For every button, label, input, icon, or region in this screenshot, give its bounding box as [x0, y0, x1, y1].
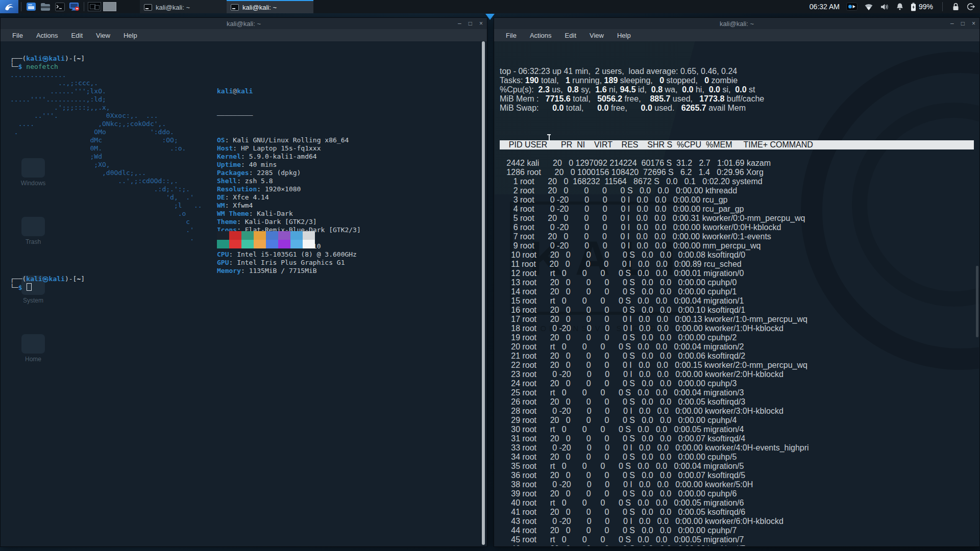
desktop-icon-home — [21, 334, 45, 354]
window-title: kali@kali: ~ — [227, 20, 261, 28]
panel-separator — [942, 2, 943, 11]
menu-help[interactable]: Help — [611, 30, 636, 41]
menu-edit[interactable]: Edit — [66, 30, 88, 41]
menu-file[interactable]: File — [7, 30, 29, 41]
display-settings-launcher[interactable] — [68, 1, 80, 12]
terminal-color-palette — [217, 231, 315, 248]
logout-power-icon[interactable] — [966, 3, 975, 11]
terminal-icon — [55, 3, 65, 11]
minimize-button[interactable]: – — [950, 20, 954, 27]
workspace-1[interactable] — [88, 2, 101, 11]
close-button[interactable]: × — [479, 20, 483, 27]
kali-menu-button[interactable] — [0, 0, 18, 13]
system-tray: 06:32 AM 99% — [810, 2, 980, 11]
terminal-window-icon — [144, 4, 152, 11]
desktop-icon-label: Home — [10, 356, 56, 363]
shell-prompt: ┌──(kali㉿kali)-[~]└─$ neofetch — [10, 55, 85, 71]
terminal-window-icon — [231, 4, 239, 11]
neofetch-fields: OS: Kali GNU/Linux Rolling x86_64Host: H… — [217, 136, 361, 275]
terminal-window-top: kali@kali: ~ – □ × FileActionsEditViewHe… — [494, 17, 980, 547]
window-titlebar[interactable]: kali@kali: ~ – □ × — [494, 18, 979, 29]
menu-view[interactable]: View — [90, 30, 116, 41]
close-button[interactable]: × — [972, 20, 975, 27]
maximize-button[interactable]: □ — [469, 20, 472, 27]
minimize-button[interactable]: – — [458, 20, 461, 27]
terminal-launcher[interactable] — [54, 1, 66, 12]
taskbar-button-1[interactable]: kali@kali: ~ — [140, 0, 227, 13]
desktop-icon-label: System — [10, 297, 56, 304]
window-taskbar: kali@kali: ~kali@kali: ~ — [140, 0, 313, 13]
xfce-panel: kali@kali: ~kali@kali: ~ 06:32 AM 99% — [0, 0, 980, 13]
panel-separator — [84, 2, 84, 11]
menu-bar: FileActionsEditViewHelp — [494, 29, 979, 41]
kazam-recorder-icon[interactable] — [846, 3, 857, 11]
volume-icon[interactable] — [880, 3, 889, 11]
wifi-icon[interactable] — [864, 3, 873, 11]
file-browser-launcher[interactable] — [39, 1, 52, 12]
top-command-output: top - 06:32:23 up 41 min, 2 users, load … — [500, 48, 974, 546]
terminal-viewport[interactable]: KALI BY OFFENSIVE SECURITY top - 06:32:2… — [495, 41, 979, 546]
terminal-viewport[interactable]: WindowsTrashSystemHome ┌──(kali㉿kali)-[~… — [1, 41, 486, 546]
window-controls: – □ × — [950, 18, 975, 29]
menu-view[interactable]: View — [584, 30, 609, 41]
taskbar-button-label: kali@kali: ~ — [156, 4, 190, 11]
menu-bar: FileActionsEditViewHelp — [1, 29, 487, 41]
neofetch-user-host: kali@kali — [217, 87, 361, 95]
kali-ascii-art: .............. ..,;:ccc,. ......''';lxO.… — [10, 71, 202, 242]
notifications-bell-icon[interactable] — [896, 3, 904, 11]
panel-separator — [21, 2, 21, 11]
scrollbar[interactable] — [482, 41, 485, 545]
workspace-2[interactable] — [103, 2, 116, 11]
clock[interactable]: 06:32 AM — [810, 3, 840, 11]
menu-file[interactable]: File — [500, 30, 522, 41]
window-title: kali@kali: ~ — [720, 20, 754, 28]
window-controls: – □ × — [458, 18, 483, 29]
battery-icon — [911, 3, 916, 11]
battery-indicator[interactable]: 99% — [911, 3, 933, 11]
window-titlebar[interactable]: kali@kali: ~ – □ × — [1, 18, 487, 29]
screen-lock-icon[interactable] — [952, 3, 960, 11]
text-cursor-pointer — [547, 134, 551, 142]
file-manager-launcher[interactable] — [25, 1, 37, 12]
taskbar-button-label: kali@kali: ~ — [242, 4, 277, 11]
taskbar-button-2[interactable]: kali@kali: ~ — [227, 0, 313, 13]
terminal-cursor — [27, 283, 32, 291]
process-list: 2442 kali 20 0 1297092 214224 60176 S 31… — [500, 149, 974, 546]
menu-help[interactable]: Help — [118, 30, 143, 41]
display-icon — [69, 2, 79, 11]
neofetch-info: kali@kali ───────── OS: Kali GNU/Linux R… — [217, 71, 361, 291]
menu-edit[interactable]: Edit — [559, 30, 582, 41]
kali-dragon-icon — [4, 2, 14, 12]
scrollbar[interactable] — [976, 266, 978, 337]
file-manager-icon — [26, 2, 36, 11]
terminal-window-neofetch: kali@kali: ~ – □ × FileActionsEditViewHe… — [0, 17, 487, 547]
menu-actions[interactable]: Actions — [524, 30, 557, 41]
battery-percentage: 99% — [919, 3, 933, 11]
process-table-header: PID USER PR NI VIRT RES SHR S %CPU %MEM … — [500, 140, 974, 149]
maximize-button[interactable]: □ — [961, 20, 965, 27]
folder-icon — [40, 3, 51, 11]
shell-prompt-idle: ┌──(kali㉿kali)-[~]└─$ — [10, 275, 85, 292]
menu-actions[interactable]: Actions — [31, 30, 64, 41]
top-summary: top - 06:32:23 up 41 min, 2 users, load … — [500, 67, 974, 122]
neofetch-underline: ───────── — [217, 112, 361, 120]
